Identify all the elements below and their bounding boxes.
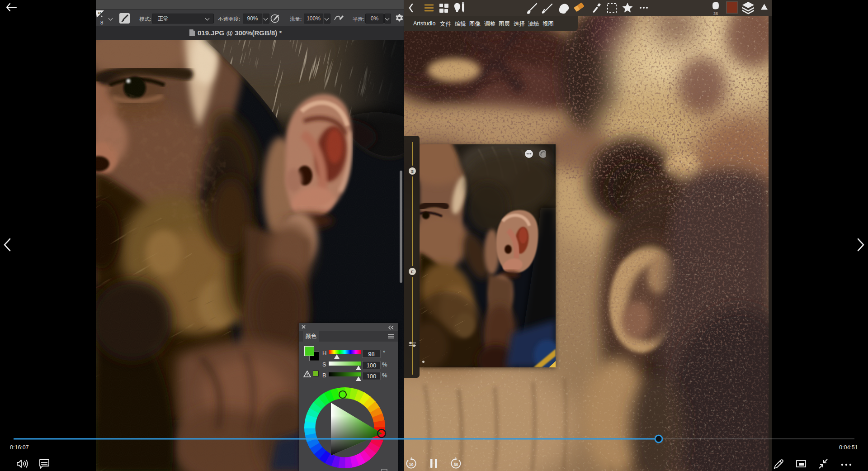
svg-text:10: 10 bbox=[409, 462, 413, 467]
svg-text:F: F bbox=[411, 270, 414, 274]
svg-text:16: 16 bbox=[98, 11, 101, 15]
svg-text:30: 30 bbox=[453, 462, 458, 467]
svg-text:8: 8 bbox=[100, 20, 103, 25]
svg-text:38: 38 bbox=[713, 11, 718, 16]
svg-text:S: S bbox=[411, 169, 414, 174]
